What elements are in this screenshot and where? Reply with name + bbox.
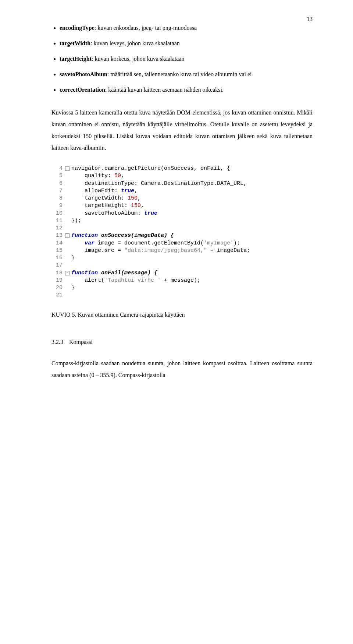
code-text: function onSuccess(imageData) { — [71, 232, 313, 239]
bullet-desc: : kuvan leveys, johon kuva skaalataan — [90, 40, 180, 46]
code-line: 11}); — [51, 217, 313, 225]
code-line: 12 — [51, 225, 313, 232]
code-text: targetHeight: 150, — [71, 202, 313, 210]
code-block: 4-navigator.camera.getPicture(onSuccess,… — [51, 165, 313, 299]
document-page: 13 encodingType: kuvan enkoodaus, jpeg- … — [0, 0, 353, 644]
code-text: }); — [71, 217, 313, 225]
section-number: 3.2.3 — [51, 339, 63, 345]
code-text: navigator.camera.getPicture(onSuccess, o… — [71, 165, 313, 172]
bullet-desc: : määrittää sen, tallennetaanko kuva tai… — [107, 71, 252, 77]
list-item: correctOrentation: kääntää kuvan laittee… — [60, 84, 313, 96]
paragraph-1: Kuviossa 5 laitteen kameralla otettu kuv… — [51, 107, 313, 154]
code-line: 7 allowEdit: true, — [51, 187, 313, 195]
code-text: alert('Tapahtui virhe ' + message); — [71, 277, 313, 284]
list-item: targetHeight: kuvan korkeus, johon kuva … — [60, 53, 313, 65]
bullet-desc: : kuvan enkoodaus, jpeg- tai png-muodoss… — [95, 25, 197, 31]
code-line: 14 var image = document.getElementById('… — [51, 240, 313, 247]
code-text: targetWidth: 150, — [71, 195, 313, 202]
list-item: encodingType: kuvan enkoodaus, jpeg- tai… — [60, 22, 313, 34]
list-item: targetWidth: kuvan leveys, johon kuva sk… — [60, 38, 313, 49]
code-text: quality: 50, — [71, 172, 313, 180]
line-number: 16 — [51, 254, 65, 262]
section-heading: 3.2.3 Kompassi — [51, 338, 313, 346]
line-number: 17 — [51, 262, 65, 269]
paragraph-2: Compass-kirjastolla saadaan noudettua su… — [51, 358, 313, 381]
fold-open-icon: - — [65, 271, 69, 275]
code-text: } — [71, 254, 313, 262]
code-text: function onFail(message) { — [71, 270, 313, 277]
bullet-term: correctOrentation — [60, 87, 105, 93]
code-line: 16} — [51, 254, 313, 262]
code-line: 19 alert('Tapahtui virhe ' + message); — [51, 277, 313, 284]
code-line: 8 targetWidth: 150, — [51, 195, 313, 202]
fold-open-icon: - — [65, 233, 69, 238]
line-number: 20 — [51, 284, 65, 292]
figure-caption: KUVIO 5. Kuvan ottaminen Camera-rajapint… — [51, 310, 313, 319]
code-line: 4-navigator.camera.getPicture(onSuccess,… — [51, 165, 313, 172]
line-number: 14 — [51, 240, 65, 247]
line-number: 21 — [51, 292, 65, 299]
bullet-desc: : kuvan korkeus, johon kuva skaalataan — [92, 56, 184, 62]
bullet-term: encodingType — [60, 25, 95, 31]
code-text: destinationType: Camera.DestinationType.… — [71, 180, 313, 187]
code-line: 13-function onSuccess(imageData) { — [51, 232, 313, 239]
code-line: 17 — [51, 262, 313, 269]
code-line: 6 destinationType: Camera.DestinationTyp… — [51, 180, 313, 187]
line-number: 7 — [51, 187, 65, 195]
code-line: 5 quality: 50, — [51, 172, 313, 180]
code-line: 10 savetoPhotoAlbum: true — [51, 210, 313, 217]
code-text: savetoPhotoAlbum: true — [71, 210, 313, 217]
code-text: allowEdit: true, — [71, 187, 313, 195]
code-line: 15 image.src = "data:image/jpeg;base64,"… — [51, 247, 313, 254]
line-number: 15 — [51, 247, 65, 254]
line-number: 18 — [51, 270, 65, 277]
line-number: 12 — [51, 225, 65, 232]
line-number: 9 — [51, 202, 65, 210]
bullet-term: targetHeight — [60, 56, 92, 62]
bullet-term: targetWidth — [60, 40, 90, 46]
code-text: var image = document.getElementById('myI… — [71, 240, 313, 247]
line-number: 19 — [51, 277, 65, 284]
code-line: 21 — [51, 292, 313, 299]
code-line: 20} — [51, 284, 313, 292]
code-line: 9 targetHeight: 150, — [51, 202, 313, 210]
bullet-list: encodingType: kuvan enkoodaus, jpeg- tai… — [51, 22, 313, 96]
bullet-desc: : kääntää kuvan laitteen asemaan nähden … — [105, 87, 224, 93]
bullet-term: savetoPhotoAlbum — [60, 71, 107, 77]
line-number: 6 — [51, 180, 65, 187]
code-line: 18-function onFail(message) { — [51, 270, 313, 277]
line-number: 8 — [51, 195, 65, 202]
code-text: image.src = "data:image/jpeg;base64," + … — [71, 247, 313, 254]
line-number: 13 — [51, 232, 65, 239]
page-number: 13 — [307, 15, 313, 24]
line-number: 11 — [51, 217, 65, 225]
section-title: Kompassi — [69, 339, 93, 345]
line-number: 10 — [51, 210, 65, 217]
line-number: 4 — [51, 165, 65, 172]
line-number: 5 — [51, 172, 65, 180]
list-item: savetoPhotoAlbum: määrittää sen, tallenn… — [60, 68, 313, 80]
fold-open-icon: - — [65, 166, 69, 171]
code-text: } — [71, 284, 313, 292]
